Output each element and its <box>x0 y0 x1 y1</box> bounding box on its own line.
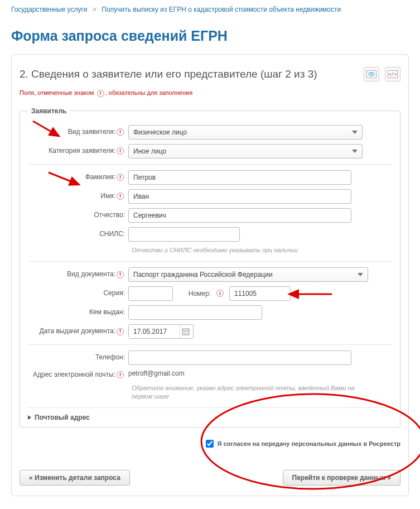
label-doc-kind: Вид документа: <box>67 270 115 278</box>
chevron-down-icon <box>358 273 363 276</box>
select-doc-kind[interactable]: Паспорт гражданина Российской Федерации <box>128 267 368 282</box>
required-mark-icon: ! <box>117 328 124 335</box>
breadcrumb-sep: > <box>93 6 96 13</box>
select-applicant-category[interactable]: Иное лицо <box>128 144 363 159</box>
required-note-b: , обязательны для заполнения <box>105 89 193 96</box>
back-button[interactable]: « Изменить детали запроса <box>20 470 130 486</box>
required-mark-icon: ! <box>117 147 124 155</box>
chevron-down-icon <box>352 150 358 153</box>
input-patronymic[interactable] <box>128 208 351 223</box>
label-number: Номер: <box>177 290 211 297</box>
label-series: Серия: <box>103 289 125 297</box>
chevron-right-icon: » <box>387 474 391 482</box>
consent-label[interactable]: Я согласен на передачу персональных данн… <box>217 440 400 447</box>
next-button-label: Перейти к проверке данных <box>292 474 385 482</box>
preview-icon[interactable] <box>364 67 379 81</box>
chevron-left-icon: « <box>29 474 33 482</box>
step-title: 2. Сведения о заявителе или его представ… <box>20 68 317 80</box>
back-button-label: Изменить детали запроса <box>35 474 120 482</box>
arrow-right-icon <box>28 415 31 420</box>
select-doc-kind-value: Паспорт гражданина Российской Федерации <box>133 271 273 278</box>
input-issued-by[interactable] <box>128 305 262 320</box>
label-surname: Фамилия: <box>85 173 115 181</box>
input-snils[interactable] <box>128 227 240 242</box>
divider <box>28 344 392 345</box>
postal-address-expander[interactable]: Почтовый адрес <box>28 414 392 421</box>
divider <box>28 261 392 262</box>
label-issue-date: Дата выдачи документа: <box>40 327 115 335</box>
required-note: Поля, отмеченные знаком !, обязательны д… <box>20 89 400 97</box>
breadcrumb: Государственные услуги > Получить выписк… <box>11 0 409 19</box>
chevron-down-icon <box>352 131 358 134</box>
hint-patronymic-snils: Отчество и СНИЛС необходимо указывать пр… <box>132 246 355 254</box>
hint-email: Обратите внимание, указан адрес электрон… <box>132 384 355 401</box>
required-mark-icon: ! <box>117 271 124 278</box>
svg-text:</>: </> <box>389 72 397 77</box>
input-issue-date-wrap <box>128 324 194 339</box>
code-icon[interactable]: </> <box>385 67 400 81</box>
breadcrumb-current[interactable]: Получить выписку из ЕГРН о кадастровой с… <box>102 6 341 13</box>
postal-address-label: Почтовый адрес <box>35 414 90 421</box>
select-applicant-kind-value: Физическое лицо <box>133 128 187 136</box>
required-mark-icon: ! <box>117 193 124 200</box>
input-surname[interactable] <box>128 170 351 185</box>
form-card: 2. Сведения о заявителе или его представ… <box>11 54 409 496</box>
required-mark-icon: ! <box>117 371 124 378</box>
required-mark-icon: ! <box>117 128 124 136</box>
label-email: Адрес электронной почты: <box>33 371 115 378</box>
fieldset-legend: Заявитель <box>28 107 70 115</box>
svg-point-2 <box>371 74 373 75</box>
consent-checkbox[interactable] <box>206 440 214 448</box>
input-issue-date[interactable] <box>129 325 179 338</box>
label-snils: СНИЛС: <box>99 230 125 238</box>
label-kind: Вид заявителя: <box>68 128 115 136</box>
select-applicant-kind[interactable]: Физическое лицо <box>128 125 363 140</box>
calendar-icon[interactable] <box>179 325 191 338</box>
required-mark-icon: ! <box>117 174 124 181</box>
required-mark-icon: ! <box>216 290 224 297</box>
input-phone[interactable] <box>128 350 351 365</box>
divider <box>28 164 392 165</box>
input-name[interactable] <box>128 189 351 204</box>
required-mark-icon: ! <box>97 90 104 97</box>
email-value: petroff@gmail.com <box>128 369 185 377</box>
label-category: Категория заявителя: <box>49 147 115 155</box>
label-issued-by: Кем выдан: <box>89 308 125 316</box>
input-number[interactable] <box>229 286 291 301</box>
required-note-a: Поля, отмеченные знаком <box>20 89 94 96</box>
breadcrumb-root[interactable]: Государственные услуги <box>11 6 88 13</box>
divider <box>28 407 392 408</box>
input-series[interactable] <box>128 286 173 301</box>
label-patronymic: Отчество: <box>94 211 125 219</box>
next-button[interactable]: Перейти к проверке данных » <box>283 470 401 486</box>
applicant-fieldset: Заявитель Вид заявителя:! Физическое лиц… <box>20 107 400 428</box>
page-title: Форма запроса сведений ЕГРН <box>11 28 409 44</box>
label-phone: Телефон: <box>95 353 125 361</box>
label-name: Имя: <box>100 192 115 200</box>
select-applicant-category-value: Иное лицо <box>133 147 166 155</box>
